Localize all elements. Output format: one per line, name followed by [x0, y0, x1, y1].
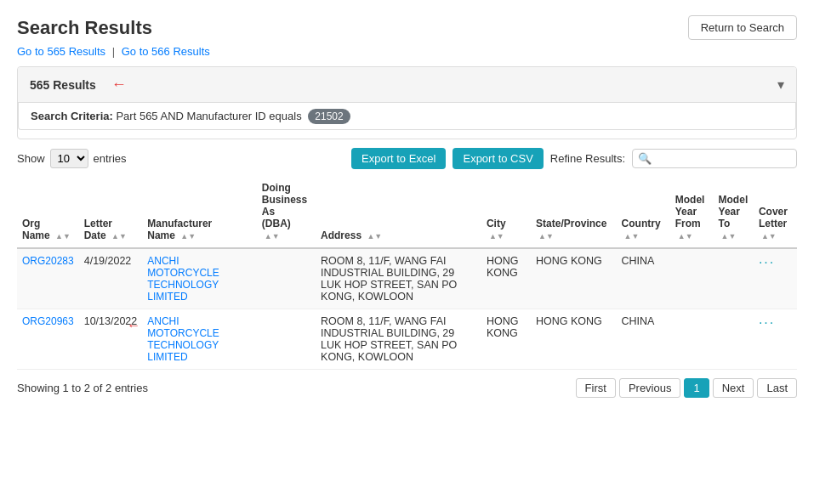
- col-dba[interactable]: DoingBusiness As(DBA) ▲▼: [257, 176, 316, 248]
- entries-label: entries: [94, 152, 127, 165]
- cell-manufacturer-name: ← ANCHI MOTORCYCLE TECHNOLOGY LIMITED: [142, 309, 257, 370]
- cell-manufacturer-name: ANCHI MOTORCYCLE TECHNOLOGY LIMITED: [142, 248, 257, 309]
- cell-state-province: HONG KONG: [531, 248, 617, 309]
- criteria-text: Part 565 AND Manufacturer ID equals: [116, 110, 301, 122]
- table-row: ORG20283 4/19/2022 ANCHI MOTORCYCLE TECH…: [17, 248, 797, 309]
- results-table: OrgName ▲▼ LetterDate ▲▼ ManufacturerNam…: [17, 176, 797, 370]
- cell-address: ROOM 8, 11/F, WANG FAI INDUSTRIAL BUILDI…: [316, 309, 481, 370]
- refine-label: Refine Results:: [550, 152, 625, 165]
- cell-cover-letter[interactable]: ···: [754, 248, 797, 309]
- cell-country: CHINA: [617, 248, 670, 309]
- toolbar-right: Export to Excel Export to CSV Refine Res…: [351, 148, 797, 169]
- refine-input-wrap: 🔍: [632, 149, 797, 168]
- red-arrow-icon: ←: [111, 76, 127, 93]
- org-name-link[interactable]: ORG20963: [22, 315, 74, 327]
- cell-model-year-to: [714, 248, 754, 309]
- col-address[interactable]: Address ▲▼: [316, 176, 481, 248]
- cell-dba: [257, 248, 316, 309]
- criteria-badge: 21502: [308, 109, 350, 124]
- cell-model-year-from: [670, 248, 714, 309]
- nav-link-566[interactable]: Go to 566 Results: [122, 45, 210, 58]
- refine-input[interactable]: [655, 152, 791, 165]
- toolbar: Show 10 25 50 entries Export to Excel Ex…: [17, 148, 797, 169]
- criteria-bar: Search Criteria: Part 565 AND Manufactur…: [18, 103, 796, 130]
- dots-menu-icon[interactable]: ···: [759, 255, 775, 269]
- last-page-button[interactable]: Last: [757, 378, 797, 398]
- cell-letter-date: 4/19/2022: [79, 248, 143, 309]
- cell-city: HONG KONG: [481, 309, 531, 370]
- col-manufacturer-name[interactable]: ManufacturerName ▲▼: [142, 176, 257, 248]
- cell-cover-letter[interactable]: ···: [754, 309, 797, 370]
- org-name-link[interactable]: ORG20283: [22, 255, 74, 267]
- results-count: 565 Results ←: [30, 76, 127, 93]
- current-page-button[interactable]: 1: [684, 378, 709, 398]
- cell-address: ROOM 8, 11/F, WANG FAI INDUSTRIAL BUILDI…: [316, 248, 481, 309]
- search-icon: 🔍: [638, 152, 652, 165]
- col-org-name[interactable]: OrgName ▲▼: [17, 176, 79, 248]
- nav-separator: |: [112, 45, 118, 58]
- footer-bar: Showing 1 to 2 of 2 entries First Previo…: [17, 370, 797, 399]
- next-page-button[interactable]: Next: [713, 378, 754, 398]
- show-label: Show: [17, 152, 45, 165]
- col-country[interactable]: Country ▲▼: [617, 176, 670, 248]
- cell-state-province: HONG KONG: [531, 309, 617, 370]
- col-city[interactable]: City ▲▼: [481, 176, 531, 248]
- return-to-search-button[interactable]: Return to Search: [688, 15, 797, 40]
- col-model-year-to[interactable]: ModelYearTo ▲▼: [714, 176, 754, 248]
- table-header-row: OrgName ▲▼ LetterDate ▲▼ ManufacturerNam…: [17, 176, 797, 248]
- pagination: First Previous 1 Next Last: [576, 378, 797, 398]
- export-excel-button[interactable]: Export to Excel: [351, 148, 446, 169]
- criteria-label: Search Criteria:: [31, 110, 113, 122]
- chevron-down-icon[interactable]: ▾: [777, 76, 784, 93]
- manufacturer-name-link[interactable]: ANCHI MOTORCYCLE TECHNOLOGY LIMITED: [147, 315, 219, 363]
- results-count-label: 565 Results: [30, 78, 96, 92]
- table-row: ORG20963 10/13/2022 ← ANCHI MOTORCYCLE T…: [17, 309, 797, 370]
- col-state-province[interactable]: State/Province ▲▼: [531, 176, 617, 248]
- export-csv-button[interactable]: Export to CSV: [453, 148, 543, 169]
- col-cover-letter[interactable]: CoverLetter ▲▼: [754, 176, 797, 248]
- toolbar-left: Show 10 25 50 entries: [17, 149, 127, 168]
- cell-city: HONG KONG: [481, 248, 531, 309]
- cell-org-name: ORG20283: [17, 248, 79, 309]
- prev-page-button[interactable]: Previous: [619, 378, 681, 398]
- nav-link-565[interactable]: Go to 565 Results: [17, 45, 105, 58]
- dots-menu-icon[interactable]: ···: [759, 315, 775, 330]
- cell-model-year-from: [670, 309, 714, 370]
- col-letter-date[interactable]: LetterDate ▲▼: [79, 176, 143, 248]
- col-model-year-from[interactable]: ModelYearFrom ▲▼: [670, 176, 714, 248]
- page-title: Search Results: [17, 17, 152, 39]
- cell-country: CHINA: [617, 309, 670, 370]
- cell-org-name: ORG20963: [17, 309, 79, 370]
- show-select[interactable]: 10 25 50: [50, 149, 88, 168]
- showing-text: Showing 1 to 2 of 2 entries: [17, 382, 148, 394]
- nav-links: Go to 565 Results | Go to 566 Results: [17, 45, 797, 58]
- cell-model-year-to: [714, 309, 754, 370]
- results-section: 565 Results ← ▾ Search Criteria: Part 56…: [17, 66, 797, 139]
- cell-dba: [257, 309, 316, 370]
- manufacturer-name-link[interactable]: ANCHI MOTORCYCLE TECHNOLOGY LIMITED: [147, 255, 219, 303]
- results-bar: 565 Results ← ▾: [18, 67, 796, 103]
- first-page-button[interactable]: First: [576, 378, 616, 398]
